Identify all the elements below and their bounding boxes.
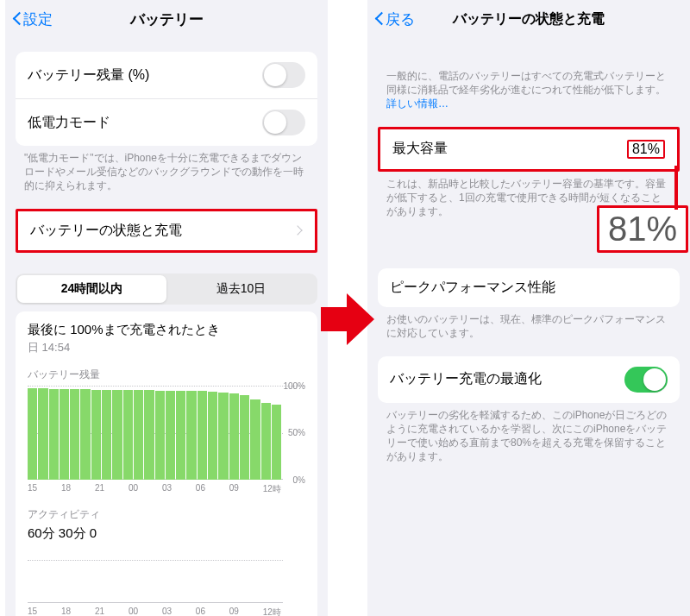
intro-text: 一般的に、電話のバッテリーはすべての充電式バッテリーと同様に消耗品で経年劣化が進…	[386, 69, 671, 111]
toggle-on-icon[interactable]	[624, 367, 668, 393]
last-charge-time: 日 14:54	[28, 340, 305, 355]
row-label: バッテリーの状態と充電	[30, 222, 182, 240]
svg-marker-0	[321, 293, 374, 345]
ylabel: 100%	[283, 381, 305, 391]
row-optimized-charging[interactable]: バッテリー充電の最適化	[378, 356, 680, 403]
back-button[interactable]: 設定	[12, 0, 53, 38]
group-health-highlight: バッテリーの状態と充電	[16, 209, 317, 253]
overlay-capacity: 81%	[597, 205, 688, 253]
page-title: バッテリーの状態と充電	[453, 10, 605, 28]
battery-level-chart: 100% 50% 0%	[28, 386, 305, 480]
capacity-value: 81%	[627, 140, 665, 159]
segment-10d[interactable]: 過去10日	[166, 275, 316, 303]
back-button[interactable]: 戻る	[374, 0, 415, 38]
group-optimize: バッテリー充電の最適化	[378, 356, 680, 403]
group-capacity-highlight: 最大容量 81%	[378, 127, 680, 172]
arrow-right-icon	[321, 293, 374, 345]
chart-title-activity: アクティビティ	[28, 507, 305, 522]
ylabel: 0%	[293, 475, 305, 485]
row-label: 低電力モード	[28, 114, 110, 132]
optimize-note: バッテリーの劣化を軽減するため、このiPhoneが日ごろどのように充電されている…	[386, 408, 671, 464]
toggle-off-icon[interactable]	[262, 110, 305, 135]
segmented-timerange[interactable]: 24時間以内 過去10日	[16, 273, 317, 305]
last-charge-title: 最後に 100%まで充電されたとき	[28, 322, 305, 338]
back-label: 戻る	[386, 9, 415, 29]
row-battery-percent[interactable]: バッテリー残量 (%)	[16, 52, 317, 98]
group-basic: バッテリー残量 (%) 低電力モード	[16, 52, 317, 146]
battery-health-screen: 戻る バッテリーの状態と充電 一般的に、電話のバッテリーはすべての充電式バッテリ…	[367, 0, 690, 616]
segment-24h[interactable]: 24時間以内	[17, 275, 166, 303]
peak-note: お使いのバッテリーは、現在、標準のピークパフォーマンスに対応しています。	[386, 312, 671, 340]
row-peak-performance: ピークパフォーマンス性能	[378, 268, 680, 307]
low-power-note: "低電力モード"では、iPhoneを十分に充電できるまでダウンロードやメール受信…	[24, 151, 309, 193]
usage-card: 最後に 100%まで充電されたとき 日 14:54 バッテリー残量 100% 5…	[16, 311, 317, 616]
chevron-left-icon	[374, 11, 384, 27]
row-label: バッテリー充電の最適化	[390, 370, 542, 388]
back-label: 設定	[23, 9, 53, 29]
battery-screen: 設定 バッテリー バッテリー残量 (%) 低電力モード "低電力モード"では、i…	[5, 0, 328, 616]
navbar: 戻る バッテリーの状態と充電	[367, 0, 690, 38]
row-low-power[interactable]: 低電力モード	[16, 98, 317, 146]
toggle-off-icon[interactable]	[262, 62, 305, 88]
row-label: ピークパフォーマンス性能	[390, 279, 555, 297]
row-label: バッテリー残量 (%)	[28, 66, 149, 85]
row-battery-health[interactable]: バッテリーの状態と充電	[18, 211, 315, 250]
page-title: バッテリー	[130, 9, 204, 29]
chevron-left-icon	[12, 11, 22, 27]
chevron-right-icon	[296, 225, 303, 236]
row-label: 最大容量	[392, 140, 448, 158]
row-max-capacity: 最大容量 81%	[380, 129, 677, 169]
learn-more-link[interactable]: 詳しい情報…	[386, 97, 448, 110]
group-peak: ピークパフォーマンス性能	[378, 268, 680, 307]
chart-title-battery: バッテリー残量	[28, 368, 305, 382]
xaxis: 1518210003060912時	[28, 607, 305, 616]
ylabel: 50%	[288, 428, 305, 437]
navbar: 設定 バッテリー	[5, 0, 328, 38]
xaxis: 1518210003060912時	[28, 483, 305, 495]
activity-chart: 60分 30分 0	[28, 525, 305, 603]
